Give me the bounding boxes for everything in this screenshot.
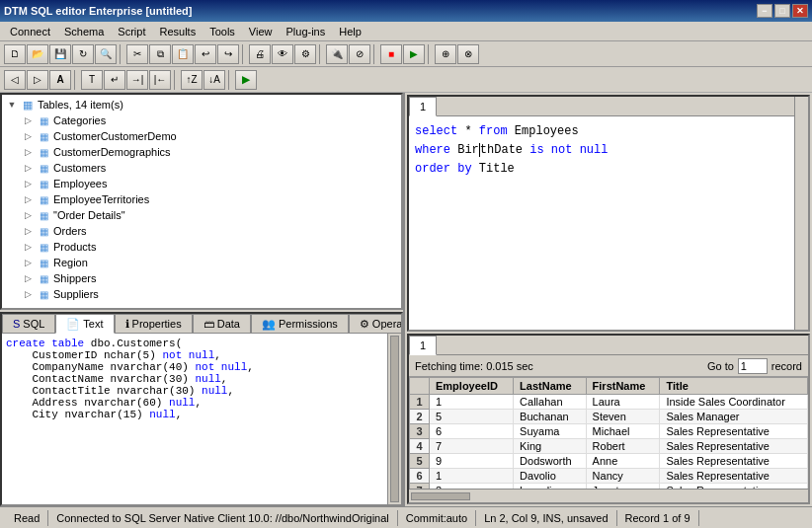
results-horiz-scrollbar[interactable]	[409, 489, 808, 502]
tb2-bold[interactable]: A	[49, 70, 71, 90]
tb-preview[interactable]: 👁	[272, 44, 293, 64]
tb-new[interactable]: 🗋	[4, 44, 26, 64]
tb2-indent[interactable]: →|	[126, 70, 148, 90]
expand-orders[interactable]: ▷	[20, 226, 36, 236]
tree-item-suppliers[interactable]: ▷ ▦ Suppliers	[20, 286, 399, 302]
tree-item-employees[interactable]: ▷ ▦ Employees	[20, 176, 399, 191]
close-button[interactable]: ✕	[792, 4, 808, 18]
expand-region[interactable]: ▷	[20, 258, 36, 267]
horiz-scroll-thumb[interactable]	[411, 492, 470, 500]
tb2-sort-za[interactable]: ↓A	[203, 70, 225, 90]
tb-paste[interactable]: 📋	[172, 44, 194, 64]
cell-firstname: Steven	[586, 410, 660, 424]
tb2-outdent[interactable]: |←	[149, 70, 171, 90]
expand-customercustomerdemo[interactable]: ▷	[20, 131, 36, 141]
editor-tab-1[interactable]: 1	[409, 97, 437, 116]
results-tab-1[interactable]: 1	[409, 336, 437, 355]
tb2-wrap[interactable]: ↵	[104, 70, 125, 90]
tree-item-customers[interactable]: ▷ ▦ Customers	[20, 160, 399, 176]
results-table-wrap[interactable]: EmployeeID LastName FirstName Title 1 1 …	[409, 377, 808, 489]
tb-save[interactable]: 💾	[49, 44, 71, 64]
tb-print[interactable]: 🖨	[249, 44, 271, 64]
tab-text[interactable]: 📄 Text	[55, 314, 114, 334]
tree-item-shippers[interactable]: ▷ ▦ Shippers	[20, 270, 399, 286]
editor-content[interactable]: select * from Employees where BirthDate …	[409, 116, 808, 186]
editor-vert-scrollbar[interactable]	[794, 97, 808, 330]
tb-cut[interactable]: ✂	[126, 44, 148, 64]
expand-employees[interactable]: ▷	[20, 179, 36, 189]
table-row[interactable]: 2 5 Buchanan Steven Sales Manager	[410, 410, 808, 424]
expand-categories[interactable]: ▷	[20, 115, 36, 125]
tree-item-orders[interactable]: ▷ ▦ Orders	[20, 223, 399, 239]
tb2-prev[interactable]: ◁	[4, 70, 26, 90]
tb-run[interactable]: ▶	[403, 44, 425, 64]
col-employeeid[interactable]: EmployeeID	[430, 378, 514, 395]
tree-item-orderdetails[interactable]: ▷ ▦ "Order Details"	[20, 207, 399, 223]
tb2-next[interactable]: ▷	[27, 70, 48, 90]
col-firstname[interactable]: FirstName	[586, 378, 660, 395]
tb-undo[interactable]: ↩	[195, 44, 216, 64]
tb-refresh[interactable]: ↻	[72, 44, 94, 64]
tb-run-stop[interactable]: ■	[380, 44, 402, 64]
expand-customers[interactable]: ▷	[20, 163, 36, 173]
tb-connect[interactable]: 🔌	[326, 44, 348, 64]
menu-view[interactable]: View	[243, 24, 279, 39]
col-title[interactable]: Title	[660, 378, 808, 395]
cell-id: 1	[430, 469, 514, 484]
tree-item-employeeterritories[interactable]: ▷ ▦ EmployeeTerritories	[20, 191, 399, 207]
expand-orderdetails[interactable]: ▷	[20, 210, 36, 220]
tree-item-customercustomerdemo[interactable]: ▷ ▦ CustomerCustomerDemo	[20, 128, 399, 144]
sql-editor-top[interactable]: 1 select * from Employees where BirthDat…	[407, 95, 810, 332]
table-row[interactable]: 3 6 Suyama Michael Sales Representative	[410, 424, 808, 439]
table-row[interactable]: 4 7 King Robert Sales Representative	[410, 439, 808, 454]
tree-item-products[interactable]: ▷ ▦ Products	[20, 239, 399, 255]
toolbar-sep-4	[373, 44, 377, 64]
table-row[interactable]: 1 1 Callahan Laura Inside Sales Coordina…	[410, 395, 808, 410]
tb-copy[interactable]: ⧉	[149, 44, 171, 64]
bottom-scroll-thumb[interactable]	[390, 336, 399, 502]
tb-redo[interactable]: ↪	[217, 44, 239, 64]
tab-operations[interactable]: ⚙ Operations	[349, 314, 403, 333]
tree-root[interactable]: ▼ ▦ Tables, 14 item(s)	[4, 97, 399, 113]
menu-schema[interactable]: Schema	[58, 24, 110, 39]
tb2-format[interactable]: T	[81, 70, 103, 90]
expand-shippers[interactable]: ▷	[20, 273, 36, 283]
menu-results[interactable]: Results	[153, 24, 202, 39]
tree-item-region[interactable]: ▷ ▦ Region	[20, 255, 399, 270]
table-row[interactable]: 6 1 Davolio Nancy Sales Representative	[410, 469, 808, 484]
tb-disconnect[interactable]: ⊘	[349, 44, 370, 64]
tb-extra1[interactable]: ⊕	[435, 44, 456, 64]
expand-suppliers[interactable]: ▷	[20, 289, 36, 299]
tab-sql[interactable]: S SQL	[2, 314, 55, 333]
maximize-button[interactable]: □	[774, 4, 790, 18]
menu-help[interactable]: Help	[333, 24, 367, 39]
table-row[interactable]: 5 9 Dodsworth Anne Sales Representative	[410, 454, 808, 469]
tb2-sort-az[interactable]: ↑Z	[181, 70, 203, 90]
tb-search[interactable]: 🔍	[95, 44, 117, 64]
tb-open[interactable]: 📂	[27, 44, 48, 64]
tree-area[interactable]: ▼ ▦ Tables, 14 item(s) ▷ ▦ Categories ▷ …	[0, 93, 403, 310]
expand-products[interactable]: ▷	[20, 242, 36, 252]
bottom-vert-scrollbar[interactable]	[387, 334, 401, 504]
tab-properties[interactable]: ℹ Properties	[115, 314, 193, 333]
goto-input[interactable]	[738, 358, 768, 374]
tree-item-categories[interactable]: ▷ ▦ Categories	[20, 113, 399, 128]
title-bar: DTM SQL editor Enterprise [untitled] − □…	[0, 0, 812, 22]
tab-data[interactable]: 🗃 Data	[193, 314, 251, 333]
tb2-exec[interactable]: ▶	[235, 70, 257, 90]
menu-tools[interactable]: Tools	[203, 24, 241, 39]
minimize-button[interactable]: −	[757, 4, 772, 18]
col-lastname[interactable]: LastName	[514, 378, 586, 395]
tab-permissions[interactable]: 👥 Permissions	[251, 314, 349, 333]
expand-employeeterritories[interactable]: ▷	[20, 194, 36, 204]
menu-script[interactable]: Script	[112, 24, 151, 39]
tree-item-customerdemographics[interactable]: ▷ ▦ CustomerDemographics	[20, 144, 399, 160]
tree-root-expand[interactable]: ▼	[4, 100, 20, 110]
tb-extra2[interactable]: ⊗	[457, 44, 479, 64]
editor-tab-row: 1	[409, 97, 808, 116]
tb-options[interactable]: ⚙	[294, 44, 316, 64]
sql-code-area[interactable]: create table dbo.Customers( CustomerID n…	[2, 334, 387, 504]
menu-plugins[interactable]: Plug-ins	[281, 24, 332, 39]
expand-customerdemographics[interactable]: ▷	[20, 147, 36, 157]
menu-connect[interactable]: Connect	[4, 24, 56, 39]
